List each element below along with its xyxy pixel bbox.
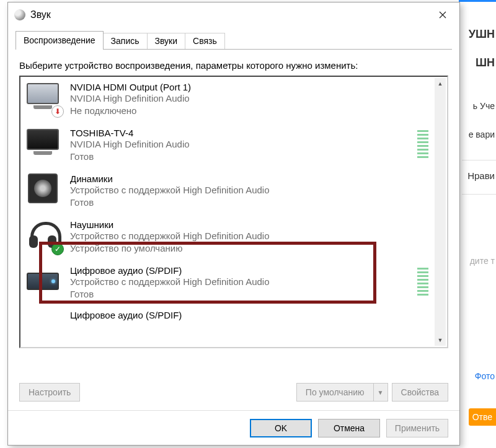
config-button-row: Настроить По умолчанию ▼ Свойства [19, 383, 448, 402]
device-name: Наушники [70, 219, 270, 230]
sound-app-icon [14, 9, 25, 20]
bg-frag: Нрави [467, 170, 495, 181]
button-label: Отмена [334, 423, 365, 433]
window-title: Звук [30, 9, 428, 20]
device-icon-speaker [24, 172, 61, 207]
bg-frag: ь Уче [473, 101, 495, 111]
tab-label: Запись [111, 36, 140, 46]
device-status: Готов [70, 288, 270, 301]
device-icon-monitor: ⬇ [24, 81, 61, 115]
scroll-track[interactable] [435, 89, 446, 335]
device-item[interactable]: ⬇ NVIDIA HDMI Output (Port 1) NVIDIA Hig… [20, 77, 447, 123]
device-status: Готов [70, 151, 190, 163]
device-item[interactable]: Цифровое аудио (S/PDIF) Устройство с под… [20, 260, 447, 306]
device-status: Готов [70, 196, 270, 209]
device-driver: Устройство с поддержкой High Definition … [70, 230, 270, 242]
device-name: TOSHIBA-TV-4 [70, 128, 190, 138]
properties-button[interactable]: Свойства [392, 383, 448, 402]
device-item[interactable]: TOSHIBA-TV-4 NVIDIA High Definition Audi… [20, 123, 447, 169]
titlebar: Звук [8, 2, 459, 27]
device-listbox[interactable]: ⬇ NVIDIA HDMI Output (Port 1) NVIDIA Hig… [19, 76, 448, 348]
sound-dialog: Звук Воспроизведение Запись Звуки Связь … [7, 2, 460, 446]
button-label: OK [275, 423, 287, 433]
tab-recording[interactable]: Запись [103, 33, 148, 50]
tab-label: Звуки [155, 36, 178, 46]
level-meter-icon [417, 130, 428, 158]
device-driver: NVIDIA High Definition Audio [70, 138, 190, 151]
level-meter-icon [417, 268, 428, 296]
bg-frag: УШН [469, 28, 495, 41]
cancel-button[interactable]: Отмена [318, 419, 380, 437]
device-icon-headphones: ✓ [24, 218, 61, 253]
bg-photo-link[interactable]: Фото [475, 371, 495, 381]
set-default-dropdown[interactable]: По умолчанию ▼ [296, 383, 388, 402]
device-status: Не подключено [70, 105, 191, 117]
background-page: УШН ШН ь Уче е вари Нрави дите т Фото От… [459, 0, 496, 448]
bg-frag: е вари [469, 130, 495, 139]
instruction-text: Выберите устройство воспроизведения, пар… [19, 59, 448, 72]
device-item[interactable]: Динамики Устройство с поддержкой High De… [20, 169, 447, 214]
device-item-headphones[interactable]: ✓ Наушники Устройство с поддержкой High … [20, 214, 447, 260]
scrollbar[interactable]: ▲ ▼ [435, 78, 446, 346]
tab-label: Связь [193, 36, 217, 46]
close-button[interactable] [428, 5, 457, 25]
device-name: Динамики [70, 173, 270, 184]
scroll-up-icon[interactable]: ▲ [435, 78, 446, 89]
tab-label: Воспроизведение [24, 35, 95, 45]
dialog-button-row: OK Отмена Применить [8, 410, 459, 445]
tab-playback[interactable]: Воспроизведение [16, 31, 104, 50]
button-label: Применить [395, 423, 440, 433]
device-driver: NVIDIA High Definition Audio [70, 92, 191, 105]
bg-answer-button[interactable]: Отве [469, 408, 496, 426]
ok-button[interactable]: OK [250, 419, 312, 437]
device-name: Цифровое аудио (S/PDIF) [70, 265, 270, 276]
scroll-down-icon[interactable]: ▼ [435, 335, 446, 346]
set-default-button[interactable]: По умолчанию [296, 383, 373, 402]
device-icon-monitor [24, 126, 61, 161]
tab-communications[interactable]: Связь [185, 33, 225, 50]
default-check-icon: ✓ [51, 243, 64, 255]
button-label: Свойства [401, 387, 439, 397]
device-item[interactable]: Цифровое аудио (S/PDIF) [20, 306, 447, 320]
dropdown-arrow-icon[interactable]: ▼ [373, 383, 388, 402]
bg-frag: ШН [476, 56, 495, 69]
tabstrip: Воспроизведение Запись Звуки Связь [8, 27, 459, 50]
disconnected-badge-icon: ⬇ [51, 105, 64, 118]
device-name: Цифровое аудио (S/PDIF) [70, 310, 182, 320]
tab-body-playback: Выберите устройство воспроизведения, пар… [8, 50, 459, 410]
apply-button[interactable]: Применить [386, 419, 448, 437]
device-icon-spdif [24, 264, 61, 299]
button-label: Настроить [29, 387, 71, 397]
bg-frag: дите т [470, 256, 495, 266]
close-icon [439, 11, 446, 19]
button-label: По умолчанию [306, 387, 365, 397]
device-name: NVIDIA HDMI Output (Port 1) [70, 82, 191, 92]
tab-sounds[interactable]: Звуки [147, 33, 186, 50]
device-driver: Устройство с поддержкой High Definition … [70, 184, 270, 196]
configure-button[interactable]: Настроить [19, 383, 80, 402]
device-status: Устройство по умолчанию [70, 242, 270, 255]
device-driver: Устройство с поддержкой High Definition … [70, 276, 270, 288]
device-icon [24, 309, 61, 320]
